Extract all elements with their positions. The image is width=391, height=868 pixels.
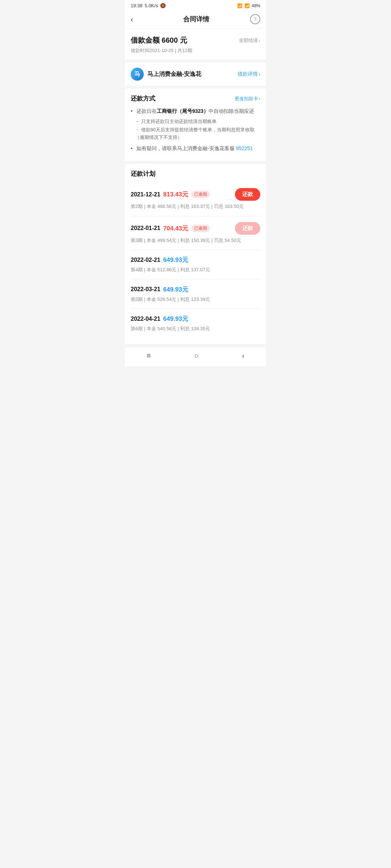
page-title: 合同详情 (183, 15, 209, 24)
back-button[interactable]: ‹ (131, 15, 142, 24)
plan-detail-3: 第4期 | 本金 512.86元 | 利息 137.07元 (131, 266, 260, 273)
loan-amount-row: 借款金额 6600 元 全部结清 › (131, 35, 260, 45)
plan-item-1-left: 2021-12-21 813.43元 已逾期 (131, 190, 210, 199)
provider-name: 马上消费金融-安逸花 (147, 71, 201, 78)
repayment-plan-header: 还款计划 (131, 170, 260, 178)
provider-icon: 马 (131, 68, 144, 81)
plan-item-2: 2022-01-21 704.43元 已逾期 还款 第3期 | 本金 499.5… (131, 216, 260, 250)
plan-detail-4: 第5期 | 本金 526.54元 | 利息 123.39元 (131, 296, 260, 303)
status-left: 19:38 5.0K/s 🔕 (131, 3, 166, 8)
plan-item-1-header: 2021-12-21 813.43元 已逾期 还款 (131, 188, 260, 201)
repayment-method-title: 还款方式 (131, 94, 155, 103)
repayment-plan-card: 还款计划 2021-12-21 813.43元 已逾期 还款 第2期 | 本金 … (125, 164, 266, 344)
plan-item-5-left: 2022-04-21 649.93元 (131, 315, 188, 323)
signal-icon: 📶 (237, 3, 243, 8)
plan-date-2: 2022-01-21 (131, 225, 160, 231)
loan-amount-label: 借款金额 6600 元 (131, 35, 187, 45)
help-button[interactable]: ? (250, 14, 260, 24)
plan-date-5: 2022-04-21 (131, 316, 160, 322)
plan-detail-2: 第3期 | 本金 499.54元 | 利息 150.39元 | 罚息 54.50… (131, 237, 260, 244)
phone-highlight[interactable]: 952251 (236, 145, 253, 151)
plan-detail-5: 第6期 | 本金 540.58元 | 利息 109.35元 (131, 325, 260, 332)
plan-item-3-header: 2022-02-21 649.93元 (131, 256, 260, 264)
change-card-label: 更改扣款卡 (235, 95, 258, 102)
help-icon: ? (254, 16, 257, 22)
loan-header-card: 借款金额 6600 元 全部结清 › 借款时间2021-10-25 | 共12期 (125, 29, 266, 60)
bottom-nav: ≡ ○ ‹ (125, 347, 266, 366)
plan-amount-5: 649.93元 (163, 315, 188, 323)
overdue-badge-1: 已逾期 (191, 191, 210, 198)
status-speed: 5.0K/s (145, 3, 158, 8)
provider-detail-label: 借款详情 (237, 71, 258, 77)
loan-periods: 共12期 (177, 48, 192, 53)
chevron-right-icon: › (258, 38, 260, 43)
plan-item-3: 2022-02-21 649.93元 第4期 | 本金 512.86元 | 利息… (131, 250, 260, 280)
plan-amount-1: 813.43元 (163, 190, 188, 199)
status-right: 📶 📶 48% (237, 3, 260, 8)
plan-item-5: 2022-04-21 649.93元 第6期 | 本金 540.58元 | 利息… (131, 309, 260, 338)
plan-item-3-left: 2022-02-21 649.93元 (131, 256, 188, 264)
home-nav-icon[interactable]: ≡ (147, 352, 151, 360)
loan-date: 借款时间2021-10-25 (131, 48, 174, 53)
provider-detail-button[interactable]: 借款详情 › (237, 71, 260, 77)
plan-date-3: 2022-02-21 (131, 257, 160, 263)
provider-row: 马 马上消费金融-安逸花 借款详情 › (125, 63, 266, 86)
plan-amount-2: 704.43元 (163, 224, 188, 233)
sub-note-2: － 借款90天后支持提前结清整个账单，当期利息照常收取（逾期情况下不支持） (131, 126, 260, 141)
status-bar: 19:38 5.0K/s 🔕 📶 📶 48% (125, 0, 266, 10)
chevron-right-icon: › (259, 96, 260, 101)
plan-item-1: 2021-12-21 813.43元 已逾期 还款 第2期 | 本金 486.5… (131, 182, 260, 216)
loan-meta: 借款时间2021-10-25 | 共12期 (131, 47, 260, 54)
status-time: 19:38 (131, 3, 143, 8)
circle-nav-icon[interactable]: ○ (194, 352, 198, 360)
plan-item-2-header: 2022-01-21 704.43元 已逾期 还款 (131, 222, 260, 235)
plan-item-4-left: 2022-03-21 649.93元 (131, 285, 188, 294)
back-nav-icon[interactable]: ‹ (242, 352, 244, 360)
repayment-method-card: 还款方式 更改扣款卡 › 还款日在工商银行（尾号9323）中自动扣除当期应还 －… (125, 89, 266, 161)
plan-amount-4: 649.93元 (163, 285, 188, 294)
nav-bar: ‹ 合同详情 ? (125, 10, 266, 29)
plan-amount-3: 649.93元 (163, 256, 188, 264)
plan-date-4: 2022-03-21 (131, 286, 160, 293)
provider-icon-text: 马 (134, 71, 140, 78)
wifi-icon: 📶 (244, 3, 250, 8)
plan-date-1: 2021-12-21 (131, 191, 160, 198)
sub-note-1: － 只支持还款日主动还款结清当期账单 (131, 118, 260, 125)
provider-left: 马 马上消费金融-安逸花 (131, 68, 201, 81)
repayment-note-1: 还款日在工商银行（尾号9323）中自动扣除当期应还 (131, 107, 260, 115)
chevron-right-icon: › (258, 71, 260, 77)
repayment-note-3: 如有疑问，请联系马上消费金融-安逸花客服 952251 (131, 144, 260, 152)
repayment-notes-list: 还款日在工商银行（尾号9323）中自动扣除当期应还 － 只支持还款日主动还款结清… (131, 107, 260, 152)
overdue-badge-2: 已逾期 (191, 225, 210, 232)
repay-button-2[interactable]: 还款 (235, 222, 260, 235)
plan-item-5-header: 2022-04-21 649.93元 (131, 315, 260, 323)
repay-button-1[interactable]: 还款 (235, 188, 260, 201)
change-card-button[interactable]: 更改扣款卡 › (235, 95, 260, 102)
clear-all-label: 全部结清 (239, 37, 258, 44)
repayment-plan-title: 还款计划 (131, 170, 155, 178)
repayment-method-header: 还款方式 更改扣款卡 › (131, 94, 260, 103)
repayment-note-2: － 只支持还款日主动还款结清当期账单 － 借款90天后支持提前结清整个账单，当期… (131, 118, 260, 141)
plan-item-2-left: 2022-01-21 704.43元 已逾期 (131, 224, 210, 233)
main-content: 借款金额 6600 元 全部结清 › 借款时间2021-10-25 | 共12期… (125, 29, 266, 344)
battery-icon: 48% (252, 3, 260, 8)
clear-all-button[interactable]: 全部结清 › (239, 37, 260, 44)
mute-icon: 🔕 (160, 3, 166, 8)
plan-item-4: 2022-03-21 649.93元 第5期 | 本金 526.54元 | 利息… (131, 280, 260, 309)
plan-detail-1: 第2期 | 本金 486.56元 | 利息 163.37元 | 罚息 163.5… (131, 203, 260, 210)
bank-highlight: 工商银行（尾号9323） (157, 108, 209, 114)
plan-item-4-header: 2022-03-21 649.93元 (131, 285, 260, 294)
